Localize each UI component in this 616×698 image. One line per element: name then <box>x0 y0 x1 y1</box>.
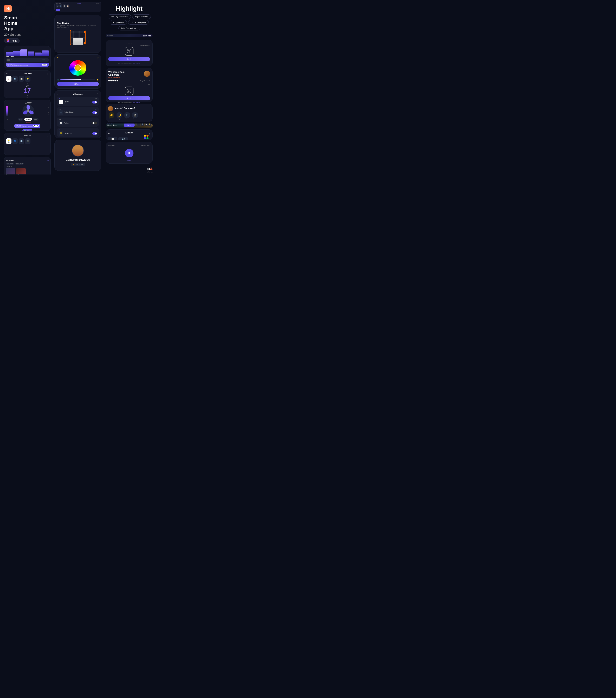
signin-button-1[interactable]: Sign In <box>108 57 150 61</box>
bedroom-screen: ← Bedroom ⋮ 💡 Bulb 🌀 Off ❄️ <box>4 133 51 155</box>
kitchen-menu[interactable]: ⋮ <box>148 132 150 135</box>
ceiling-on-label: ON <box>59 129 60 130</box>
bulb-btn[interactable]: 💡 Bulb <box>6 138 12 144</box>
back-arrow[interactable]: ← <box>6 72 8 75</box>
menu-icon[interactable]: ⋮ <box>47 72 49 75</box>
badge-fully-customizable[interactable]: Fully Customizable <box>118 26 140 30</box>
figma-badge[interactable]: Figma <box>4 38 20 43</box>
badge-figma-variants[interactable]: Figma Variants <box>132 14 151 19</box>
brightness-row: 🌑 ☀️ <box>57 79 99 81</box>
morning-mode-night[interactable]: 🌙 Night <box>116 112 123 120</box>
purifier-toggle-row: OFF <box>59 119 97 120</box>
get-started-link[interactable]: Get Started <box>133 62 140 64</box>
qr-corner-tl <box>71 31 73 33</box>
morning-mode-music[interactable]: 🎵 Music <box>124 112 130 120</box>
forgot-password-top[interactable]: Forgot Password? <box>108 44 150 46</box>
bedroom-ac-btn[interactable]: Off ❄️ <box>19 138 24 144</box>
purifier-toggle-item: OFF 🔲 Purifier <box>57 117 99 127</box>
device-row: Speakers 120 hours <box>6 58 49 62</box>
morning-mode-mornin[interactable]: ☀️ Mornin' <box>108 112 115 120</box>
color-wheel-header: ☀️ ✨ <box>57 57 99 58</box>
mini-more-icon[interactable]: 📋 <box>66 4 69 8</box>
temp-display: 19 18 17 16 15 <box>6 83 49 98</box>
room-title: Living Room <box>23 73 32 74</box>
lr-icon-1[interactable]: 🌡️ <box>137 124 140 126</box>
qr-back-arrow[interactable]: ← <box>57 18 99 20</box>
new-room-btn[interactable]: New Room <box>6 163 14 165</box>
most-used-title: Most Used <box>6 56 49 57</box>
welcome-greeting: Welcome Back Cameron <box>108 71 125 76</box>
color-wheel[interactable] <box>69 60 86 75</box>
high-speed-btn[interactable]: High <box>33 118 39 121</box>
lr-icon-4[interactable]: 💡 <box>148 124 151 126</box>
edit-profile-button[interactable]: ✏️ Edit Profile <box>71 163 85 166</box>
lr-icon-3[interactable]: 🔲 <box>144 124 148 126</box>
ac-icon-btn[interactable]: 🔲 <box>19 76 24 82</box>
bedroom-fan-btn[interactable]: 🌀 <box>12 138 18 144</box>
lr-icon-2[interactable]: ❄️ <box>141 124 144 126</box>
toggles-menu[interactable]: ⋮ <box>97 93 99 95</box>
bedroom-back[interactable]: ← <box>6 135 8 137</box>
save-bar: Save $$$ now Turn off Air Conditioner to… <box>6 62 49 67</box>
climate-icon: 🌡️ <box>59 100 63 104</box>
mini-light-icon[interactable]: 🔲 <box>63 4 66 8</box>
mini-home-btn[interactable]: Home <box>56 9 60 11</box>
forgot-pw-text[interactable]: Forgot Password? <box>140 80 150 81</box>
bedroom-cam-btn[interactable]: 📷 <box>25 138 30 144</box>
fan-icon-btn[interactable]: ❄️ <box>12 76 18 82</box>
new-device-btn[interactable]: New Device <box>15 163 24 165</box>
music-label: Music <box>126 118 129 120</box>
fan-statistic-btn[interactable]: 📊 Statistic <box>23 129 32 131</box>
home-button[interactable]: Home <box>124 124 135 127</box>
ball-orange <box>146 135 149 137</box>
qr-corner-tr <box>83 31 85 33</box>
low-speed-btn[interactable]: Low <box>18 118 24 121</box>
kitchen-speakers-device[interactable]: 🔊 Speakers On <box>118 137 128 140</box>
ac-icon: ❄️ <box>59 110 63 115</box>
fan-turn-off[interactable]: Turn off <box>26 122 31 123</box>
fan-turn-off-btn[interactable]: Turn off <box>33 125 39 127</box>
room-thumb-bedroom[interactable]: Bedroom 0/4 is on <box>16 168 26 174</box>
room-thumb-living[interactable]: Livingroom 3/4 is on <box>6 168 15 174</box>
ceiling-switch[interactable] <box>92 132 97 135</box>
turn-off-button[interactable]: Turn off <box>42 64 47 66</box>
not-me-link[interactable]: Oh no, this isn't me <box>108 77 125 78</box>
pw-dot-4 <box>114 80 116 81</box>
brightness-bar[interactable] <box>60 79 95 80</box>
climate-off-label: OFF <box>95 98 97 99</box>
badge-organized-files[interactable]: Well-Organized Files <box>108 14 131 19</box>
bedroom-room-name: Bedroom <box>16 174 26 174</box>
middle-column: Living Room 2/5 is on Bedroom 🌡️ ❄️ 🔲 📋 … <box>53 0 103 174</box>
temp-18: 18 <box>6 84 49 87</box>
pause-button[interactable]: ⏸ <box>125 149 134 157</box>
statistic-button[interactable]: 📊 Statistic <box>39 68 49 68</box>
ac-switch[interactable] <box>92 111 97 114</box>
welcome-back-screen: Welcome Back Cameron Oh no, this isn't m… <box>106 68 153 102</box>
uil8-url: uil8.com <box>106 171 153 173</box>
mini-fan-icon[interactable]: 🌡️ <box>56 4 59 8</box>
kitchen-back[interactable]: ← <box>108 132 110 135</box>
bedroom-menu[interactable]: ⋮ <box>47 135 49 137</box>
welcome-get-started[interactable]: Get Started <box>133 101 140 103</box>
washing-machine-device[interactable]: 🔲 Washing Ma... On <box>108 137 117 140</box>
watermark-area: ui爸 uil8.com <box>106 167 153 173</box>
mini-ac-icon[interactable]: ❄️ <box>59 4 62 8</box>
medium-speed-btn[interactable]: Medium <box>24 118 32 121</box>
eye-icon[interactable]: 👁 <box>148 83 150 85</box>
badge-global-styleguide[interactable]: Global Styleguide <box>128 20 149 25</box>
sun-icon: ☀️ <box>109 112 114 118</box>
add-button[interactable]: + <box>47 159 49 162</box>
badge-google-fonts[interactable]: Google Fonts <box>110 20 127 25</box>
ui8-logo: ui爸 <box>106 167 153 171</box>
toggles-back[interactable]: ← <box>57 93 59 95</box>
light-icon-btn[interactable]: 💡 <box>25 76 30 82</box>
signin-button-2[interactable]: Sign In <box>108 96 150 100</box>
mini-phones: Most Used Speakers 120 hours Save $$$ no… <box>4 46 51 174</box>
turn-on-button[interactable]: ⏻ Turn on <box>57 82 99 86</box>
morning-mode-movie[interactable]: 🎬 Movie <box>131 112 138 120</box>
climate-switch[interactable] <box>92 101 97 103</box>
climate-icon-btn[interactable]: 🌡️ <box>6 76 12 82</box>
password-dots <box>108 80 118 81</box>
power-slider[interactable] <box>6 106 9 116</box>
purifier-switch[interactable] <box>92 122 97 124</box>
